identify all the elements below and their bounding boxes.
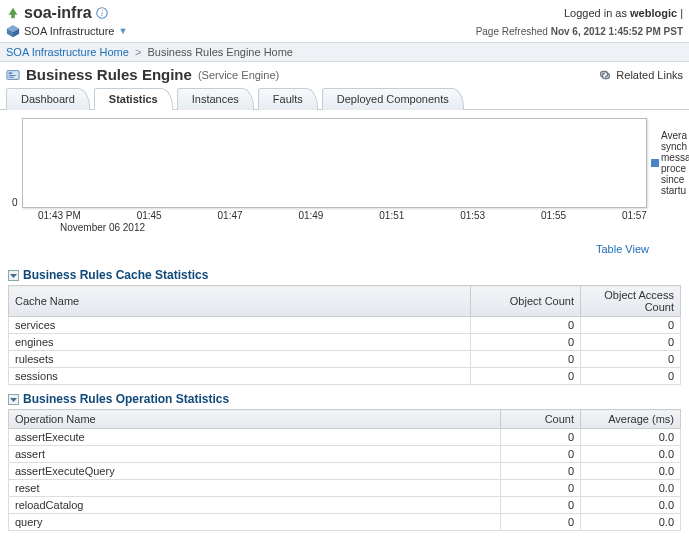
breadcrumb-home-link[interactable]: SOA Infrastructure Home [6, 46, 129, 58]
operation-stats-table: Operation Name Count Average (ms) assert… [8, 409, 681, 531]
target-title: soa-infra [24, 4, 92, 22]
tab-statistics[interactable]: Statistics [94, 88, 173, 110]
table-row: reloadCatalog00.0 [9, 497, 681, 514]
x-tick: 01:57 [622, 210, 647, 221]
tab-deployed-components[interactable]: Deployed Components [322, 88, 464, 110]
col-operation-name[interactable]: Operation Name [9, 410, 501, 429]
chart-plot-area [22, 118, 647, 208]
x-tick: 01:45 [137, 210, 162, 221]
breadcrumb-current: Business Rules Engine Home [147, 46, 293, 58]
soa-cube-icon [6, 24, 20, 38]
x-tick: 01:55 [541, 210, 566, 221]
x-tick: 01:47 [218, 210, 243, 221]
table-row: assertExecuteQuery00.0 [9, 463, 681, 480]
table-row: assert00.0 [9, 446, 681, 463]
operation-stats-title: Business Rules Operation Statistics [23, 392, 229, 406]
breadcrumb-separator: > [135, 46, 141, 58]
menu-chevron-down-icon: ▼ [118, 26, 127, 36]
tab-instances[interactable]: Instances [177, 88, 254, 110]
col-object-count[interactable]: Object Count [471, 286, 581, 317]
collapse-icon[interactable] [8, 394, 19, 405]
chart-x-label: November 06 2012 [0, 222, 689, 233]
legend-label: Averasynchmessaprocesincestartu [661, 130, 689, 196]
chart-x-axis: 01:43 PM 01:45 01:47 01:49 01:51 01:53 0… [0, 210, 689, 221]
operation-stats-section: Business Rules Operation Statistics Oper… [8, 389, 681, 531]
table-row: rulesets00 [9, 351, 681, 368]
svg-rect-6 [9, 72, 13, 74]
col-count[interactable]: Count [501, 410, 581, 429]
x-tick: 01:53 [460, 210, 485, 221]
table-row: services00 [9, 317, 681, 334]
table-row: assertExecute00.0 [9, 429, 681, 446]
chain-link-icon [598, 68, 612, 82]
legend-swatch [651, 159, 659, 167]
chart-y-axis: 0 [12, 118, 22, 208]
x-tick: 01:51 [379, 210, 404, 221]
table-row: query00.0 [9, 514, 681, 531]
svg-rect-8 [9, 76, 14, 77]
table-row: engines00 [9, 334, 681, 351]
status-up-icon [6, 6, 20, 20]
table-row: sessions00 [9, 368, 681, 385]
cache-stats-table: Cache Name Object Count Object Access Co… [8, 285, 681, 385]
related-links-label: Related Links [616, 69, 683, 81]
soa-infra-menu-label: SOA Infrastructure [24, 25, 114, 37]
svg-rect-7 [9, 75, 16, 76]
col-average-ms[interactable]: Average (ms) [581, 410, 681, 429]
rules-engine-icon [6, 68, 20, 82]
table-row: reset00.0 [9, 480, 681, 497]
page-refresh-info: Page Refreshed Nov 6, 2012 1:45:52 PM PS… [476, 26, 683, 37]
col-cache-name[interactable]: Cache Name [9, 286, 471, 317]
chart-legend: Averasynchmessaprocesincestartu [647, 118, 685, 208]
page-title: Business Rules Engine [26, 66, 192, 83]
y-tick-0: 0 [12, 197, 18, 208]
table-view-link[interactable]: Table View [596, 243, 649, 255]
tab-bar: Dashboard Statistics Instances Faults De… [0, 87, 689, 110]
tab-faults[interactable]: Faults [258, 88, 318, 110]
cache-stats-section: Business Rules Cache Statistics Cache Na… [8, 265, 681, 385]
breadcrumb: SOA Infrastructure Home > Business Rules… [0, 42, 689, 62]
x-tick: 01:43 PM [38, 210, 81, 221]
login-info: Logged in as weblogic | [564, 7, 683, 19]
x-tick: 01:49 [298, 210, 323, 221]
cache-stats-title: Business Rules Cache Statistics [23, 268, 208, 282]
svg-text:i: i [101, 9, 103, 18]
page-subtitle: (Service Engine) [198, 69, 279, 81]
soa-infra-menu[interactable]: SOA Infrastructure ▼ [6, 24, 127, 38]
col-object-access-count[interactable]: Object Access Count [581, 286, 681, 317]
collapse-icon[interactable] [8, 270, 19, 281]
chart-region: 0 Averasynchmessaprocesincestartu [0, 110, 689, 208]
tab-dashboard[interactable]: Dashboard [6, 88, 90, 110]
info-icon[interactable]: i [96, 7, 108, 19]
related-links-menu[interactable]: Related Links [598, 68, 683, 82]
